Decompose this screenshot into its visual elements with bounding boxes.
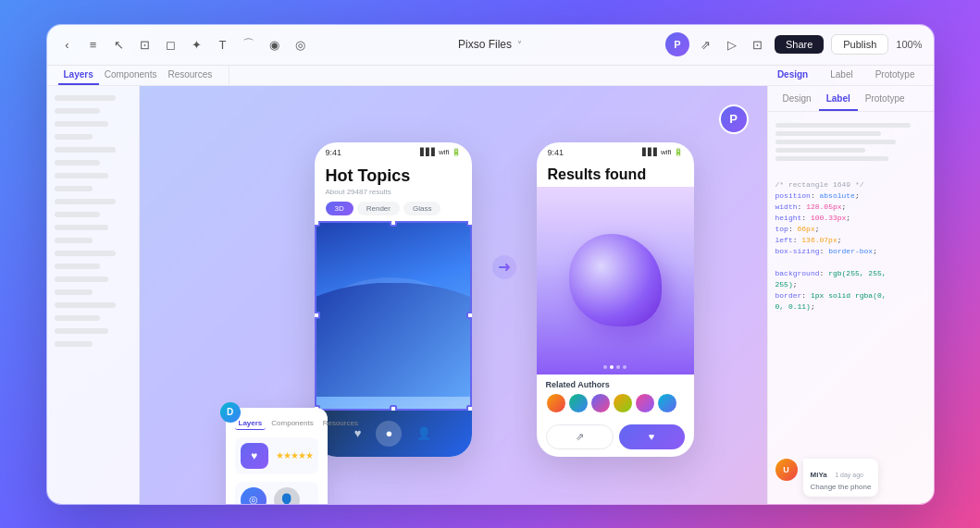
menu-icon[interactable]: ≡ xyxy=(84,35,103,54)
nav-user-icon[interactable]: 👤 xyxy=(416,426,431,440)
results-title: Results found xyxy=(548,166,683,183)
author-avatar-6[interactable] xyxy=(657,393,677,413)
layer-item[interactable] xyxy=(55,199,116,204)
layer-item[interactable] xyxy=(55,95,116,101)
layer-item[interactable] xyxy=(55,302,116,308)
comp-tab-components[interactable]: Components xyxy=(267,417,316,430)
layer-item[interactable] xyxy=(55,108,101,114)
share-action-btn[interactable]: ⇗ xyxy=(546,424,614,449)
dot-2-active xyxy=(610,365,614,369)
comment-section: U MiYa 1 day ago Change the phone xyxy=(768,451,934,504)
layer-item[interactable] xyxy=(55,315,101,321)
layer-item[interactable] xyxy=(55,341,93,347)
publish-button[interactable]: Publish xyxy=(831,34,888,55)
layer-item[interactable] xyxy=(55,225,108,230)
right-layer-2[interactable] xyxy=(775,131,881,136)
wifi-icon-2: wifi xyxy=(661,148,672,156)
author-avatar-3[interactable] xyxy=(590,393,611,413)
text-icon[interactable]: T xyxy=(214,35,232,54)
canvas-area: P D Layers Components Resources ♥ ★★★★★ … xyxy=(140,86,767,504)
author-avatar-1[interactable] xyxy=(546,393,566,413)
code-line-boxsizing: box-sizing: border-box; xyxy=(775,246,926,257)
tab-layers[interactable]: Layers xyxy=(58,66,99,85)
layers-panel xyxy=(47,86,139,356)
layer-item[interactable] xyxy=(55,212,101,217)
tab-resources[interactable]: Resources xyxy=(162,66,217,85)
fill-icon[interactable]: ◉ xyxy=(266,35,284,54)
code-line-width: width: 128.05px; xyxy=(775,202,926,213)
comp-tab-resources[interactable]: Resources xyxy=(319,417,362,430)
nav-home-icon[interactable]: ● xyxy=(376,421,402,447)
pill-render[interactable]: Render xyxy=(357,202,400,215)
compass-btn[interactable]: ◎ xyxy=(241,487,267,504)
code-line-border-2: 0, 0.11); xyxy=(775,301,926,313)
3d-blob-shape xyxy=(569,234,662,326)
right-layer-3[interactable] xyxy=(775,140,896,144)
file-title: Pixso Files xyxy=(458,38,512,51)
dot-1 xyxy=(603,365,607,369)
app-window: ‹ ≡ ↖ ⊡ ◻ ✦ T ⌒ ◉ ◎ Pixso Files ˅ P ⇗ ▷ … xyxy=(46,24,935,505)
main-content: P D Layers Components Resources ♥ ★★★★★ … xyxy=(47,86,934,504)
layer-item[interactable] xyxy=(55,276,108,282)
layer-item[interactable] xyxy=(55,238,93,243)
layer-item[interactable] xyxy=(55,121,108,127)
heart-btn[interactable]: ♥ xyxy=(241,443,268,469)
layer-item[interactable] xyxy=(55,186,93,191)
frame-icon[interactable]: ⊡ xyxy=(136,35,155,54)
author-avatar-4[interactable] xyxy=(613,393,633,413)
right-layer-5[interactable] xyxy=(775,156,888,161)
ellipse-icon[interactable]: ◎ xyxy=(292,35,310,54)
zoom-level[interactable]: 100% xyxy=(896,39,922,50)
layer-item[interactable] xyxy=(55,147,116,153)
design-tab-label[interactable]: Label xyxy=(823,66,860,85)
pill-glass[interactable]: Glass xyxy=(403,202,440,215)
pill-3d[interactable]: 3D xyxy=(326,202,354,215)
right-layers xyxy=(768,112,934,172)
cursor-icon[interactable]: ↖ xyxy=(110,35,129,54)
right-tab-design[interactable]: Design xyxy=(775,86,819,111)
device-preview-icon[interactable]: ⊡ xyxy=(749,35,767,54)
code-comment: /* rectangle 1649 */ xyxy=(775,179,926,190)
comp-tab-layers[interactable]: Layers xyxy=(235,417,267,430)
dot-4 xyxy=(623,365,626,369)
path-icon[interactable]: ⌒ xyxy=(240,35,258,54)
design-tab-prototype[interactable]: Prototype xyxy=(868,66,923,85)
component-row-1: ♥ ★★★★★ xyxy=(235,437,318,474)
battery-icon: 🔋 xyxy=(452,148,461,156)
layer-item[interactable] xyxy=(55,328,108,334)
back-icon[interactable]: ‹ xyxy=(58,35,77,54)
title-dropdown-icon[interactable]: ˅ xyxy=(517,40,522,50)
design-tab-design[interactable]: Design xyxy=(770,66,815,85)
star-rating: ★★★★★ xyxy=(276,450,313,460)
layer-item[interactable] xyxy=(55,173,108,178)
author-avatar-5[interactable] xyxy=(635,393,655,413)
right-layer-1[interactable] xyxy=(775,123,912,128)
tab-components[interactable]: Components xyxy=(99,66,163,85)
toolbar-left: ‹ ≡ ↖ ⊡ ◻ ✦ T ⌒ ◉ ◎ xyxy=(58,35,341,54)
play-icon[interactable]: ▷ xyxy=(723,35,741,54)
pen-icon[interactable]: ✦ xyxy=(188,35,206,54)
layer-item[interactable] xyxy=(55,289,93,295)
right-layer-4[interactable] xyxy=(775,148,866,153)
collaborator-avatar: P xyxy=(719,104,749,134)
layer-item[interactable] xyxy=(55,251,116,256)
share-link-icon[interactable]: ⇗ xyxy=(697,35,715,54)
related-authors-title: Related Authors xyxy=(546,380,685,389)
share-button[interactable]: Share xyxy=(775,35,824,54)
subtoolbar: Layers Components Resources Design Label… xyxy=(47,66,934,86)
carousel-dots xyxy=(603,365,626,369)
comment-timestamp: 1 day ago xyxy=(835,472,863,478)
shape-icon[interactable]: ◻ xyxy=(162,35,180,54)
layer-item[interactable] xyxy=(55,160,101,166)
signal-icons-2: ▋▋▋ wifi 🔋 xyxy=(642,148,683,156)
comment-bubble: MiYa 1 day ago Change the phone xyxy=(803,459,879,497)
like-action-btn[interactable]: ♥ xyxy=(619,424,685,449)
author-avatar-2[interactable] xyxy=(568,393,589,413)
results-action-buttons: ⇗ ♥ xyxy=(537,419,694,457)
css-code-block: /* rectangle 1649 */ position: absolute;… xyxy=(775,179,926,313)
right-tab-prototype[interactable]: Prototype xyxy=(858,86,912,111)
right-tab-label[interactable]: Label xyxy=(819,86,858,111)
user-avatar-btn[interactable]: P xyxy=(665,32,689,56)
layer-item[interactable] xyxy=(55,264,101,269)
layer-item[interactable] xyxy=(55,134,93,140)
